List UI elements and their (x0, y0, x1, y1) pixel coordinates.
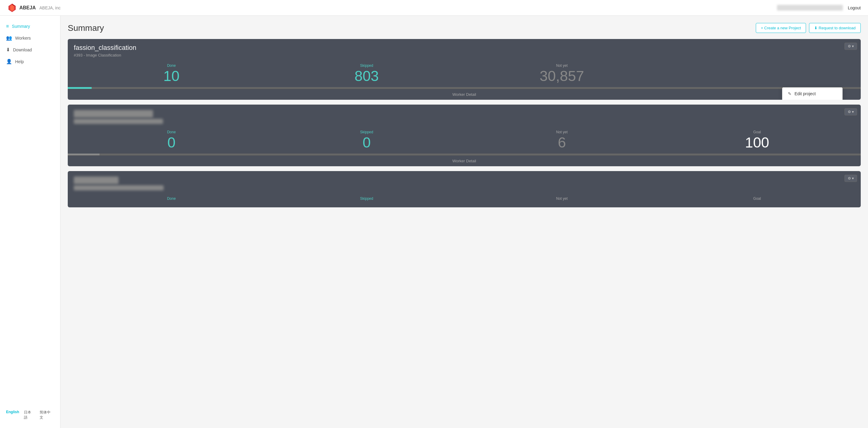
blurred-name-2: ████████ (74, 110, 153, 118)
project-gear-button-1[interactable]: ⚙ ▾ (844, 43, 857, 50)
project-stats-2: Done 0 Skipped 0 Not yet 6 Goal 100 (68, 126, 861, 154)
stat-done-1: Done 10 (74, 63, 269, 84)
blurred-sub-3: ████ (74, 185, 164, 190)
header-actions: + Create a new Project ⬇ Request to down… (756, 23, 861, 33)
workers-icon: 👥 (6, 35, 12, 41)
goal-label-3: Goal (753, 196, 761, 201)
skipped-value-2: 0 (363, 135, 371, 150)
worker-detail-label-1: Worker Detail (453, 92, 476, 97)
done-label-3: Done (167, 196, 176, 201)
not-yet-label-2: Not yet (556, 130, 568, 134)
project-stats-1: Done 10 Skipped 803 Not yet 30,857 (68, 60, 861, 87)
not-yet-label-3: Not yet (556, 196, 568, 201)
dropdown-menu: ✎ Edit project ↻ Sync Data ▶ Export Data… (782, 87, 843, 100)
stat-goal-1 (660, 63, 855, 84)
stat-skipped-1: Skipped 803 (269, 63, 465, 84)
project-card-2: ⚙ ▾ ████████ ██████ Done 0 Skipped 0 (68, 105, 861, 166)
project-card-header-2: ████████ ██████ (68, 105, 861, 126)
stat-not-yet-1: Not yet 30,857 (464, 63, 660, 84)
sidebar-item-workers[interactable]: 👥 Workers (0, 32, 60, 44)
project-name-1: fassion_classification (74, 44, 855, 52)
page-title: Summary (68, 23, 104, 33)
sidebar-nav: ≡ Summary 👥 Workers ⬇ Download 👤 Help (0, 21, 60, 67)
blurred-sub-2: ██████ (74, 119, 163, 124)
worker-detail-2[interactable]: Worker Detail (68, 155, 861, 166)
done-value-2: 0 (167, 135, 176, 150)
sidebar-label-help: Help (15, 59, 24, 64)
not-yet-value-1: 30,857 (539, 69, 584, 84)
stat-goal-2: Goal 100 (660, 130, 855, 150)
app-header: ABEJA ABEJA, inc user@email.com Logout (0, 0, 868, 16)
worker-detail-1[interactable]: Worker Detail (68, 89, 861, 100)
sidebar-item-summary[interactable]: ≡ Summary (0, 21, 60, 32)
sidebar: ≡ Summary 👥 Workers ⬇ Download 👤 Help En… (0, 16, 61, 428)
stat-skipped-3: Skipped (269, 196, 465, 202)
abeja-logo-icon (7, 3, 17, 13)
stat-not-yet-2: Not yet 6 (464, 130, 660, 150)
create-project-button[interactable]: + Create a new Project (756, 23, 806, 33)
sidebar-label-summary: Summary (12, 24, 30, 29)
dropdown-label-edit: Edit project (795, 91, 816, 96)
main-layout: ≡ Summary 👥 Workers ⬇ Download 👤 Help En… (0, 16, 868, 428)
stat-goal-3: Goal (660, 196, 855, 202)
dropdown-edit-project[interactable]: ✎ Edit project (782, 88, 842, 100)
company-name: ABEJA, inc (39, 5, 61, 10)
user-email: user@email.com (777, 5, 843, 10)
not-yet-value-2: 6 (558, 135, 566, 150)
project-gear-button-3[interactable]: ⚙ ▾ (844, 175, 857, 182)
logo: ABEJA (7, 3, 36, 13)
blurred-name-3: ███ (74, 176, 119, 184)
stat-skipped-2: Skipped 0 (269, 130, 465, 150)
project-card-1: ⚙ ▾ fassion_classification #393 - Image … (68, 39, 861, 100)
project-subtitle-3: ████ (74, 185, 855, 190)
stat-done-3: Done (74, 196, 269, 202)
skipped-label-2: Skipped (360, 130, 373, 134)
done-value-1: 10 (163, 69, 179, 84)
worker-detail-label-2: Worker Detail (453, 159, 476, 163)
project-subtitle-1: #393 - Image Classification (74, 53, 855, 58)
logo-text: ABEJA (19, 5, 36, 10)
lang-english[interactable]: English (6, 410, 19, 420)
lang-chinese[interactable]: 简体中文 (40, 410, 54, 420)
edit-icon: ✎ (788, 91, 792, 96)
not-yet-label-1: Not yet (556, 63, 568, 68)
sidebar-item-download[interactable]: ⬇ Download (0, 44, 60, 56)
project-card-header-1: fassion_classification #393 - Image Clas… (68, 39, 861, 60)
download-icon: ⬇ (6, 47, 10, 53)
goal-label-2: Goal (753, 130, 761, 134)
skipped-label-3: Skipped (360, 196, 373, 201)
sidebar-label-workers: Workers (15, 36, 31, 40)
request-download-button[interactable]: ⬇ Request to download (809, 23, 861, 33)
main-content: Summary + Create a new Project ⬇ Request… (61, 16, 868, 428)
project-name-2: ████████ (74, 109, 855, 118)
sidebar-label-download: Download (13, 47, 32, 52)
stat-not-yet-3: Not yet (464, 196, 660, 202)
project-card-header-3: ███ ████ (68, 171, 861, 193)
done-label-2: Done (167, 130, 176, 134)
done-label-1: Done (167, 63, 176, 68)
skipped-value-1: 803 (354, 69, 379, 84)
goal-value-2: 100 (745, 135, 769, 150)
stat-done-2: Done 0 (74, 130, 269, 150)
sidebar-item-help[interactable]: 👤 Help (0, 56, 60, 67)
project-gear-button-2[interactable]: ⚙ ▾ (844, 108, 857, 116)
summary-icon: ≡ (6, 24, 9, 29)
svg-marker-2 (10, 5, 14, 11)
main-header: Summary + Create a new Project ⬇ Request… (68, 23, 861, 33)
project-card-3: ⚙ ▾ ███ ████ Done Skipped (68, 171, 861, 207)
language-switcher: English 日本語 简体中文 (0, 407, 60, 423)
lang-japanese[interactable]: 日本語 (24, 410, 35, 420)
help-icon: 👤 (6, 59, 12, 64)
header-right: user@email.com Logout (777, 5, 861, 10)
project-name-3: ███ (74, 176, 855, 184)
project-subtitle-2: ██████ (74, 119, 855, 124)
project-stats-3: Done Skipped Not yet Goal (68, 193, 861, 205)
skipped-label-1: Skipped (360, 63, 373, 68)
header-left: ABEJA ABEJA, inc (7, 3, 61, 13)
logout-button[interactable]: Logout (848, 5, 861, 10)
